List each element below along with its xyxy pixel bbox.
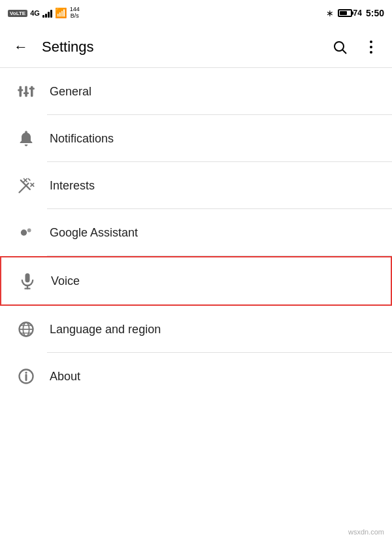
interests-icon: [13, 172, 39, 199]
signal-bars: [42, 8, 52, 18]
svg-rect-5: [18, 90, 23, 91]
status-right: ∗ 74 5:50: [326, 8, 384, 18]
back-button[interactable]: ←: [5, 31, 37, 63]
settings-item-general[interactable]: General: [0, 68, 392, 115]
bluetooth-icon: ∗: [326, 8, 334, 18]
app-bar: ← Settings: [0, 26, 392, 68]
settings-item-voice[interactable]: Voice: [0, 256, 392, 306]
volte-badge: VoLTE: [8, 10, 27, 17]
watermark: wsxdn.com: [348, 528, 384, 536]
signal-bar-4: [50, 10, 52, 18]
svg-rect-2: [20, 86, 22, 97]
about-label: About: [50, 370, 80, 384]
battery-icon: [338, 9, 352, 17]
interests-label: Interests: [50, 179, 95, 193]
general-icon: [13, 78, 39, 105]
signal-bar-3: [48, 12, 50, 18]
page-title: Settings: [37, 39, 324, 56]
battery-fill: [340, 11, 348, 15]
svg-rect-3: [25, 86, 27, 97]
search-button[interactable]: [324, 31, 355, 63]
settings-item-google-assistant[interactable]: Google Assistant: [0, 209, 392, 256]
svg-rect-7: [29, 88, 35, 90]
more-options-button[interactable]: [355, 31, 387, 63]
signal-bar-1: [42, 15, 44, 18]
status-left: VoLTE 4G 📶 144 B/s: [8, 7, 80, 20]
battery-percent: 74: [353, 8, 362, 18]
svg-point-0: [335, 42, 344, 51]
network-type: 4G: [30, 9, 40, 17]
svg-point-14: [21, 229, 27, 235]
svg-point-15: [27, 229, 31, 233]
mic-icon: [14, 268, 41, 294]
search-icon: [332, 39, 348, 55]
settings-item-about[interactable]: About: [0, 353, 392, 400]
settings-item-language-region[interactable]: Language and region: [0, 306, 392, 353]
more-dots-icon: [370, 41, 372, 54]
signal-bar-2: [45, 14, 47, 18]
voice-label: Voice: [51, 274, 80, 288]
app-bar-actions: [324, 31, 387, 63]
language-icon: [13, 316, 39, 342]
settings-item-interests[interactable]: Interests: [0, 162, 392, 209]
notifications-icon: [13, 125, 39, 152]
notifications-label: Notifications: [50, 132, 114, 146]
svg-rect-6: [24, 92, 29, 94]
info-icon: [13, 363, 39, 389]
language-region-label: Language and region: [50, 323, 161, 336]
settings-list: General Notifications Int: [0, 68, 392, 400]
google-assistant-label: Google Assistant: [50, 226, 138, 240]
svg-point-26: [25, 372, 27, 374]
status-bar: VoLTE 4G 📶 144 B/s ∗ 74 5:50: [0, 0, 392, 26]
wifi-icon: 📶: [55, 7, 67, 19]
general-label: General: [50, 85, 91, 99]
assistant-icon: [13, 220, 39, 246]
battery-container: 74: [338, 8, 362, 18]
back-arrow-icon: ←: [14, 39, 28, 56]
svg-line-1: [343, 50, 347, 54]
speed-text: 144 B/s: [70, 7, 80, 20]
settings-item-notifications[interactable]: Notifications: [0, 115, 392, 162]
time-text: 5:50: [366, 8, 384, 18]
svg-rect-16: [25, 273, 30, 282]
